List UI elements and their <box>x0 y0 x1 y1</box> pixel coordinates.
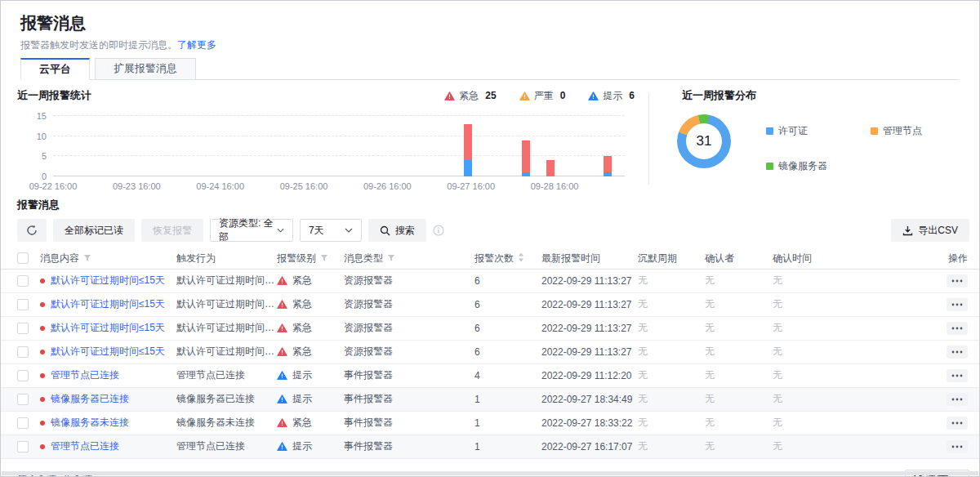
tab-cloud-platform[interactable]: 云平台 <box>20 58 90 80</box>
row-checkbox[interactable] <box>17 346 29 358</box>
unread-dot-icon <box>40 421 45 426</box>
message-type-cell: 资源报警器 <box>344 340 474 363</box>
column-header-level: 报警级别 <box>277 248 344 269</box>
learn-more-link[interactable]: 了解更多 <box>177 39 216 51</box>
filter-funnel-icon[interactable] <box>83 254 91 262</box>
silence-cell: 无 <box>638 316 705 340</box>
row-actions-button[interactable] <box>947 440 968 453</box>
trigger-cell: 镜像服务器已连接 <box>176 387 277 411</box>
legend-item-紧急[interactable]: 紧急25 <box>444 89 496 103</box>
message-link[interactable]: 镜像服务器未连接 <box>51 416 129 430</box>
ack-time-cell: 无 <box>773 363 899 387</box>
row-checkbox[interactable] <box>17 275 29 287</box>
sort-icon[interactable] <box>518 252 524 262</box>
message-link[interactable]: 管理节点已连接 <box>51 368 119 382</box>
row-checkbox[interactable] <box>17 323 29 334</box>
page-subtitle: 报警器触发时发送的即时提示消息。了解更多 <box>20 38 960 51</box>
table-row: 默认许可证过期时间≤15天默认许可证过期时间≤15天，...紧急资源报警器620… <box>1 316 979 340</box>
filter-funnel-icon[interactable] <box>387 254 395 262</box>
unread-dot-icon <box>40 350 45 354</box>
row-actions-button[interactable] <box>947 322 968 335</box>
restore-alarm-button[interactable]: 恢复报警 <box>141 219 203 242</box>
info-icon[interactable] <box>433 225 444 236</box>
stacked-bar[interactable] <box>464 124 472 176</box>
level-badge: 紧急 <box>277 345 312 359</box>
warning-triangle-icon <box>277 442 287 451</box>
trigger-cell: 默认许可证过期时间≤15天，... <box>176 340 277 363</box>
trigger-cell: 默认许可证过期时间≤15天，... <box>176 316 277 340</box>
warning-triangle-icon <box>277 300 287 309</box>
bar-segment-紧急 <box>546 160 555 176</box>
legend-item-严重[interactable]: 严重0 <box>519 89 566 103</box>
message-type-cell: 资源报警器 <box>344 292 474 316</box>
donut-legend-item-镜像服务器[interactable]: 镜像服务器 <box>766 159 871 173</box>
bar-chart: 05101509-22 16:0009-23 16:0009-24 16:000… <box>17 113 635 191</box>
message-link[interactable]: 默认许可证过期时间≤15天 <box>51 321 165 335</box>
bar-segment-紧急 <box>604 156 612 172</box>
row-actions-button[interactable] <box>947 417 968 430</box>
ack-time-cell: 无 <box>773 340 899 363</box>
y-axis-label: 5 <box>42 151 47 161</box>
acknowledger-cell: 无 <box>705 387 773 411</box>
table-row: 镜像服务器未连接镜像服务器未连接紧急事件报警器12022-09-27 18:33… <box>1 411 979 435</box>
row-actions-button[interactable] <box>947 274 968 288</box>
row-actions-button[interactable] <box>947 369 968 382</box>
row-actions-button[interactable] <box>947 298 968 311</box>
silence-cell: 无 <box>638 269 705 292</box>
stacked-bar[interactable] <box>604 156 612 176</box>
warning-triangle-icon <box>588 91 599 100</box>
row-checkbox[interactable] <box>17 299 29 310</box>
search-button[interactable]: 搜索 <box>368 219 426 242</box>
donut-legend-item-许可证[interactable]: 许可证 <box>766 124 871 138</box>
last-alarm-time-cell: 2022-09-29 11:13:27 <box>541 340 638 363</box>
row-checkbox[interactable] <box>17 417 29 429</box>
filter-funnel-icon[interactable] <box>320 254 328 262</box>
export-csv-button[interactable]: 导出CSV <box>891 219 969 242</box>
alarm-count-cell: 1 <box>474 435 541 458</box>
resource-type-select[interactable]: 资源类型: 全部 <box>210 219 293 242</box>
level-badge: 提示 <box>277 392 312 406</box>
bar-segment-紧急 <box>464 124 472 160</box>
legend-item-提示[interactable]: 提示6 <box>588 89 635 103</box>
message-type-cell: 资源报警器 <box>344 269 474 292</box>
time-range-select[interactable]: 7天 <box>300 219 362 242</box>
download-icon <box>902 225 913 236</box>
acknowledger-cell: 无 <box>705 316 773 340</box>
alarm-count-cell: 6 <box>474 269 541 292</box>
row-checkbox[interactable] <box>17 394 29 405</box>
alarm-count-cell: 1 <box>474 411 541 435</box>
donut-legend-item-管理节点[interactable]: 管理节点 <box>871 124 975 138</box>
stacked-bar[interactable] <box>546 160 555 176</box>
refresh-button[interactable] <box>17 219 47 242</box>
page-header: 报警消息 报警器触发时发送的即时提示消息。了解更多 云平台扩展报警消息 <box>1 1 979 80</box>
alarm-statistics-panel: 近一周报警统计 紧急25严重0提示6 05101509-22 16:0009-2… <box>17 88 635 191</box>
stacked-bar[interactable] <box>522 140 530 176</box>
last-alarm-time-cell: 2022-09-27 18:34:49 <box>541 387 638 411</box>
more-actions-icon <box>951 398 963 401</box>
bottom-scrollbar-track[interactable] <box>2 471 978 475</box>
message-link[interactable]: 管理节点已连接 <box>51 439 119 453</box>
row-checkbox[interactable] <box>17 370 29 381</box>
message-link[interactable]: 默认许可证过期时间≤15天 <box>51 297 165 311</box>
unread-dot-icon <box>40 397 45 402</box>
refresh-icon <box>26 225 38 236</box>
more-actions-icon <box>951 421 963 425</box>
x-axis-label: 09-23 16:00 <box>113 181 161 191</box>
row-checkbox[interactable] <box>17 441 29 452</box>
tab-extended-alarm[interactable]: 扩展报警消息 <box>95 58 196 80</box>
table-row: 镜像服务器已连接镜像服务器已连接提示事件报警器12022-09-27 18:34… <box>1 387 979 411</box>
column-header-checkbox <box>1 248 40 269</box>
mark-all-read-button[interactable]: 全部标记已读 <box>53 219 135 242</box>
select-all-checkbox[interactable] <box>17 252 29 264</box>
row-actions-button[interactable] <box>947 393 968 406</box>
message-link[interactable]: 默认许可证过期时间≤15天 <box>51 274 165 288</box>
more-actions-icon <box>951 327 963 330</box>
y-axis-label: 15 <box>37 111 47 121</box>
x-axis-label: 09-22 16:00 <box>29 181 78 191</box>
message-link[interactable]: 默认许可证过期时间≤15天 <box>51 345 165 359</box>
message-link[interactable]: 镜像服务器已连接 <box>51 392 129 406</box>
alarm-count-cell: 6 <box>474 316 541 340</box>
unread-dot-icon <box>40 373 45 378</box>
row-actions-button[interactable] <box>947 345 968 359</box>
more-actions-icon <box>951 279 963 283</box>
